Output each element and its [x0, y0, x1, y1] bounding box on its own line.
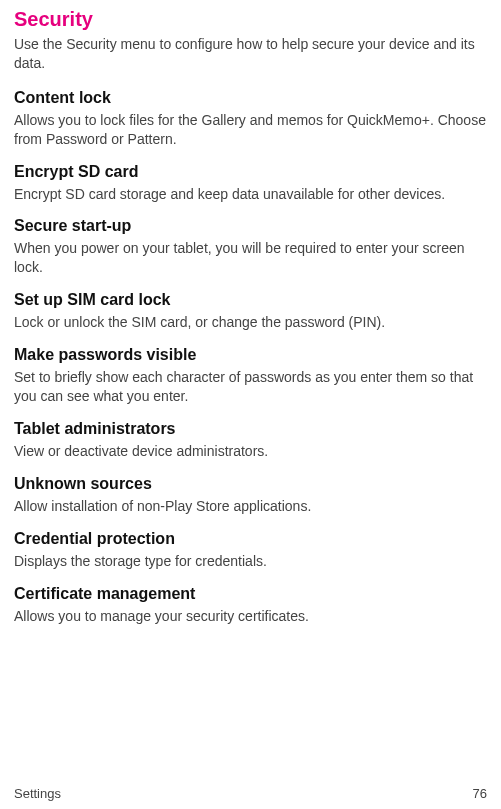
section-heading: Content lock	[14, 89, 487, 107]
section-certificate-management: Certificate management Allows you to man…	[14, 585, 487, 626]
page-footer: Settings 76	[14, 786, 487, 801]
section-body: Displays the storage type for credential…	[14, 552, 487, 571]
section-set-up-sim-card-lock: Set up SIM card lock Lock or unlock the …	[14, 291, 487, 332]
section-unknown-sources: Unknown sources Allow installation of no…	[14, 475, 487, 516]
section-content-lock: Content lock Allows you to lock files fo…	[14, 89, 487, 149]
section-heading: Credential protection	[14, 530, 487, 548]
section-tablet-administrators: Tablet administrators View or deactivate…	[14, 420, 487, 461]
section-heading: Set up SIM card lock	[14, 291, 487, 309]
section-heading: Certificate management	[14, 585, 487, 603]
section-make-passwords-visible: Make passwords visible Set to briefly sh…	[14, 346, 487, 406]
section-heading: Tablet administrators	[14, 420, 487, 438]
section-body: Allows you to manage your security certi…	[14, 607, 487, 626]
page-title: Security	[14, 8, 487, 31]
section-body: Allows you to lock files for the Gallery…	[14, 111, 487, 149]
section-body: Lock or unlock the SIM card, or change t…	[14, 313, 487, 332]
section-body: Allow installation of non-Play Store app…	[14, 497, 487, 516]
footer-section-name: Settings	[14, 786, 61, 801]
page-description: Use the Security menu to configure how t…	[14, 35, 487, 73]
section-credential-protection: Credential protection Displays the stora…	[14, 530, 487, 571]
footer-page-number: 76	[473, 786, 487, 801]
section-body: View or deactivate device administrators…	[14, 442, 487, 461]
section-body: Encrypt SD card storage and keep data un…	[14, 185, 487, 204]
section-heading: Unknown sources	[14, 475, 487, 493]
section-body: When you power on your tablet, you will …	[14, 239, 487, 277]
section-secure-start-up: Secure start-up When you power on your t…	[14, 217, 487, 277]
page-content: Security Use the Security menu to config…	[0, 0, 501, 625]
section-encrypt-sd-card: Encrypt SD card Encrypt SD card storage …	[14, 163, 487, 204]
section-heading: Encrypt SD card	[14, 163, 487, 181]
section-heading: Secure start-up	[14, 217, 487, 235]
section-heading: Make passwords visible	[14, 346, 487, 364]
section-body: Set to briefly show each character of pa…	[14, 368, 487, 406]
